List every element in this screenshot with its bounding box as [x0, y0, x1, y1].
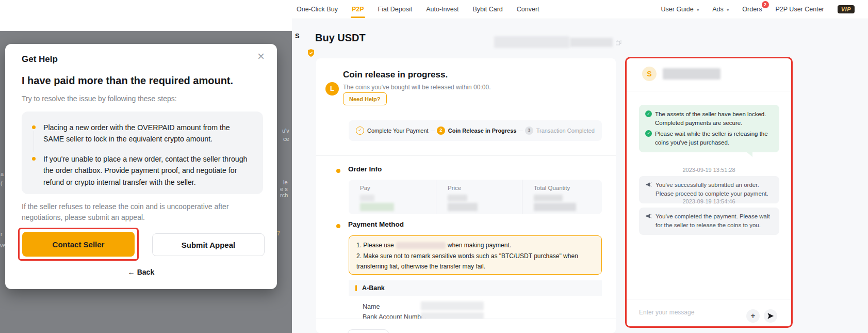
- occluded-text-fragment: le: [283, 179, 288, 185]
- check-circle-icon: ✓: [356, 126, 364, 135]
- nav-tab-one-click-buy[interactable]: One-Click Buy: [297, 0, 338, 19]
- check-circle-icon: ✓: [645, 110, 652, 117]
- occluded-text-fragment: ce: [283, 136, 289, 142]
- progress-step-payment: ✓ Complete Your Payment: [356, 126, 429, 135]
- notice-item: ✓ The assets of the seller have been loc…: [645, 110, 773, 127]
- notice-item: ✓ Please wait while the seller is releas…: [645, 130, 773, 147]
- bullet-dot-icon: [32, 157, 36, 161]
- chat-panel-annotated: S ✓ The assets of the seller have been l…: [625, 57, 793, 328]
- nav-right-group: User Guide ▾ Ads ▾ Orders 2 P2P User Cen…: [661, 5, 855, 13]
- divider: [627, 91, 791, 91]
- message-text: You've completed the payment. Please wai…: [656, 212, 773, 230]
- check-circle-icon: ✓: [645, 130, 652, 137]
- cutoff-button[interactable]: [348, 329, 389, 333]
- get-help-modal: Get Help × I have paid more than the req…: [5, 44, 277, 289]
- modal-title: Get Help: [22, 54, 58, 65]
- back-arrow-icon: ←: [128, 268, 135, 276]
- need-help-button[interactable]: Need Help?: [343, 92, 387, 105]
- bank-name: A-Bank: [362, 284, 385, 292]
- user-guide-label: User Guide: [661, 6, 694, 13]
- dimmed-background-region: u'v ce le e s rch 57 a ( r ve Get Help ×…: [0, 0, 292, 333]
- order-col-price: Price: [436, 180, 522, 214]
- order-info-section-title: Order Info: [348, 165, 382, 173]
- notice-text: Please wait while the seller is releasin…: [655, 130, 773, 147]
- field-label-name: Name: [363, 303, 380, 310]
- user-guide-menu[interactable]: User Guide ▾: [661, 6, 699, 13]
- redacted-value: [534, 203, 576, 211]
- redacted-seller-name: [663, 68, 720, 80]
- help-step-text: Placing a new order with the OVERPAID am…: [43, 123, 230, 143]
- top-navigation: One-Click Buy P2P Fiat Deposit Auto-Inve…: [292, 0, 868, 19]
- order-info-box: Pay Price Total Quantity: [349, 180, 602, 214]
- annotation-highlight-box: Contact Seller: [18, 228, 139, 261]
- redacted-value: [360, 203, 394, 211]
- help-steps-box: Placing a new order with the OVERPAID am…: [22, 112, 263, 194]
- chevron-down-icon: ▾: [727, 8, 729, 12]
- occluded-text-fragment: S: [295, 32, 300, 40]
- message-text: You've successfully submitted an order. …: [656, 181, 773, 199]
- chat-message-input[interactable]: [639, 306, 740, 319]
- bullet-dot-icon: [32, 125, 36, 129]
- redacted-value: [448, 203, 478, 211]
- divider: [316, 155, 616, 156]
- step-number-icon: 3: [525, 126, 533, 135]
- redacted-payment-method: [396, 242, 446, 249]
- nav-tab-bybit-card[interactable]: Bybit Card: [472, 0, 502, 19]
- help-step-text: If you're unable to place a new order, c…: [43, 155, 247, 186]
- divider: [627, 299, 791, 299]
- close-icon[interactable]: ×: [257, 50, 265, 62]
- occluded-text-fragment: r: [1, 231, 3, 237]
- redacted-order-id: [494, 36, 569, 48]
- card-footer-band: [316, 319, 616, 333]
- occluded-text-fragment: a: [1, 171, 4, 177]
- seller-avatar[interactable]: S: [642, 67, 657, 81]
- p2p-user-center-link[interactable]: P2P User Center: [776, 6, 824, 13]
- submit-appeal-button[interactable]: Submit Appeal: [152, 233, 265, 256]
- step-number-icon: 2: [437, 126, 445, 135]
- order-col-label: Price: [448, 185, 522, 191]
- help-step: If you're unable to place a new order, c…: [32, 153, 252, 188]
- nav-tab-fiat-deposit[interactable]: Fiat Deposit: [378, 0, 413, 19]
- progress-step-completed: 3 Transaction Completed: [525, 126, 595, 135]
- back-link[interactable]: ← Back: [5, 268, 277, 276]
- notice-text: The assets of the seller have been locke…: [655, 110, 773, 127]
- verified-shield-icon: [307, 49, 315, 59]
- notice-text: when making payment.: [448, 242, 511, 249]
- notice-text: 1. Please use: [356, 242, 394, 249]
- progress-step-label: Complete Your Payment: [367, 128, 429, 134]
- chevron-down-icon: ▾: [697, 8, 699, 12]
- nav-tab-auto-invest[interactable]: Auto-Invest: [426, 0, 458, 19]
- nav-tab-p2p[interactable]: P2P: [352, 0, 364, 19]
- megaphone-icon: [645, 181, 652, 199]
- attach-plus-button[interactable]: +: [746, 309, 760, 323]
- help-subtitle: Try to resolve the issue by following th…: [22, 94, 177, 103]
- ads-label: Ads: [712, 6, 724, 13]
- order-col-pay: Pay: [349, 180, 436, 214]
- occluded-text-fragment: e s: [280, 186, 288, 192]
- orders-count-badge: 2: [762, 1, 769, 8]
- send-message-button[interactable]: [764, 309, 777, 323]
- send-icon: [767, 312, 774, 320]
- progress-step-release: 2 Coin Release in Progress: [437, 126, 517, 135]
- order-col-label: Pay: [360, 185, 436, 191]
- message-timestamp: 2023-09-19 13:51:28: [627, 167, 791, 173]
- help-step: Placing a new order with the OVERPAID am…: [32, 122, 252, 145]
- p2p-order-page: S One-Click Buy P2P Fiat Deposit Auto-In…: [292, 0, 868, 333]
- system-message-bubble: You've completed the payment. Please wai…: [639, 208, 779, 235]
- order-status-title: Coin release in progress.: [343, 70, 448, 80]
- ads-menu[interactable]: Ads ▾: [712, 6, 729, 13]
- copy-icon[interactable]: [616, 38, 621, 47]
- nav-tab-convert[interactable]: Convert: [517, 0, 539, 19]
- orders-label: Orders: [742, 6, 762, 13]
- message-timestamp: 2023-09-19 13:54:46: [627, 198, 791, 204]
- redacted-value: [421, 302, 484, 310]
- contact-seller-button[interactable]: Contact Seller: [22, 232, 135, 257]
- progress-step-label: Transaction Completed: [536, 128, 595, 134]
- redacted-value: [534, 195, 563, 201]
- orders-link[interactable]: Orders 2: [742, 6, 762, 13]
- order-status-subtitle: The coins you've bought will be released…: [343, 84, 490, 91]
- megaphone-icon: [645, 213, 652, 230]
- help-note: If the seller refuses to release the coi…: [22, 201, 263, 223]
- progress-steps-bar: ✓ Complete Your Payment 2 Coin Release i…: [349, 120, 602, 141]
- vip-badge[interactable]: VIP: [838, 5, 855, 13]
